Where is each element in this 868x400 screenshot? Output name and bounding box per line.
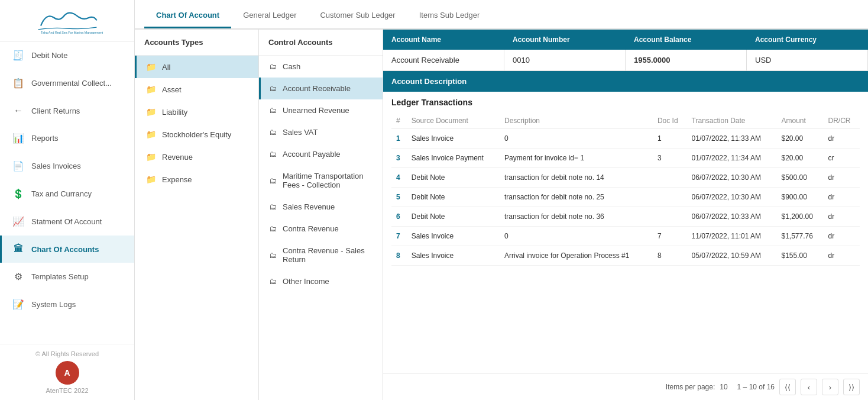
- folder-icon-liability: 📁: [146, 107, 156, 117]
- footer-brand: AtenTEC 2022: [6, 387, 128, 394]
- ledger-cell-1-5: $20.00: [777, 129, 824, 149]
- account-info-table: Account NameAccount NumberAccount Balanc…: [383, 30, 868, 71]
- sidebar-footer: © All Rights Reserved A AtenTEC 2022: [0, 344, 134, 400]
- ledger-cell-3-3: 3: [653, 149, 687, 168]
- sidebar: Taha And Red Sea For Marina Management 🧾…: [0, 0, 135, 400]
- sidebar-label-system-logs: System Logs: [31, 300, 76, 309]
- ledger-col-amount: Amount: [777, 113, 824, 129]
- ledger-cell-7-0[interactable]: 7: [391, 227, 407, 246]
- account-type-all[interactable]: 📁 All: [135, 56, 258, 78]
- ledger-cell-5-1: Debit Note: [407, 188, 500, 207]
- info-value-3: USD: [747, 50, 868, 71]
- tab-customer-sub-ledger[interactable]: Customer Sub Ledger: [308, 4, 407, 28]
- sidebar-label-sales-invoices: Sales Invoices: [31, 162, 81, 170]
- tab-general-ledger[interactable]: General Ledger: [231, 4, 308, 28]
- account-description-bar: Account Description: [383, 71, 868, 92]
- sidebar-icon-templates-setup: ⚙: [12, 271, 24, 282]
- sidebar-icon-system-logs: 📝: [12, 299, 24, 310]
- table-row: 5Debit Notetransaction for debit note no…: [391, 188, 860, 207]
- sidebar-item-templates-setup[interactable]: ⚙ Templates Setup: [0, 263, 134, 291]
- ledger-cell-4-4: 06/07/2022, 10:30 AM: [687, 168, 777, 188]
- control-account-sales-vat[interactable]: 🗂 Sales VAT: [259, 121, 383, 143]
- ledger-cell-3-5: $20.00: [777, 149, 824, 168]
- control-account-maritime-fees[interactable]: 🗂 Maritime Transportation Fees - Collect…: [259, 165, 383, 196]
- ledger-cell-3-6: cr: [823, 149, 860, 168]
- control-label-contra-revenue: Contra Revenue: [283, 224, 339, 233]
- ledger-col-: #: [391, 113, 407, 129]
- ledger-cell-6-3: [653, 207, 687, 227]
- ledger-cell-5-0[interactable]: 5: [391, 188, 407, 207]
- footer-copyright: © All Rights Reserved: [6, 350, 128, 357]
- sidebar-item-sales-invoices[interactable]: 📄 Sales Invoices: [0, 152, 134, 180]
- control-account-unearned-revenue[interactable]: 🗂 Unearned Revenue: [259, 99, 383, 121]
- sidebar-label-templates-setup: Templates Setup: [31, 272, 89, 281]
- sidebar-item-client-returns[interactable]: ← Client Returns: [0, 97, 134, 124]
- type-label-asset: Asset: [162, 85, 182, 94]
- info-value-0: Account Receivable: [383, 50, 504, 71]
- ledger-cell-3-0[interactable]: 3: [391, 149, 407, 168]
- ledger-cell-4-1: Debit Note: [407, 168, 500, 188]
- type-label-stockholders-equity: Stockholder's Equity: [162, 130, 231, 139]
- pagination-last-button[interactable]: ⟩⟩: [843, 379, 860, 395]
- pagination-next-button[interactable]: ›: [822, 379, 838, 395]
- control-account-contra-revenue[interactable]: 🗂 Contra Revenue: [259, 218, 383, 240]
- type-label-all: All: [162, 63, 170, 72]
- ledger-cell-6-6: dr: [823, 207, 860, 227]
- content-area: Accounts Types 📁 All📁 Asset📁 Liability📁 …: [135, 30, 868, 400]
- info-header-1: Account Number: [504, 30, 626, 50]
- control-label-sales-vat: Sales VAT: [283, 128, 318, 137]
- ledger-cell-3-2: Payment for invoice id= 1: [500, 149, 653, 168]
- ledger-header-row: #Source DocumentDescriptionDoc IdTransac…: [391, 113, 860, 129]
- pagination-first-button[interactable]: ⟨⟨: [779, 379, 796, 395]
- sidebar-item-governmental[interactable]: 📋 Governmental Collect...: [0, 69, 134, 97]
- account-type-expense[interactable]: 📁 Expense: [135, 168, 258, 191]
- sidebar-label-debit-note: Debit Note: [31, 51, 67, 60]
- control-account-sales-revenue[interactable]: 🗂 Sales Revenue: [259, 196, 383, 218]
- sidebar-item-system-logs[interactable]: 📝 System Logs: [0, 291, 134, 318]
- account-types-header: Accounts Types: [135, 30, 258, 56]
- tab-chart-of-account[interactable]: Chart Of Account: [144, 4, 231, 28]
- sidebar-label-reports: Reports: [31, 134, 59, 143]
- sidebar-item-tax-currency[interactable]: 💲 Tax and Currancy: [0, 180, 134, 208]
- ledger-cell-6-0[interactable]: 6: [391, 207, 407, 227]
- footer-logo-badge: A: [56, 361, 79, 385]
- account-type-stockholders-equity[interactable]: 📁 Stockholder's Equity: [135, 123, 258, 146]
- info-value-2: 1955.0000: [626, 50, 747, 71]
- pagination-prev-button[interactable]: ‹: [801, 379, 817, 395]
- sidebar-icon-debit-note: 🧾: [12, 50, 24, 61]
- sidebar-item-debit-note[interactable]: 🧾 Debit Note: [0, 41, 134, 69]
- ledger-cell-4-2: transaction for debit note no. 14: [500, 168, 653, 188]
- type-label-liability: Liability: [162, 108, 187, 117]
- control-account-account-payable[interactable]: 🗂 Account Payable: [259, 143, 383, 165]
- account-type-revenue[interactable]: 📁 Revenue: [135, 146, 258, 168]
- sidebar-label-client-returns: Client Returns: [31, 107, 80, 115]
- sidebar-label-governmental: Governmental Collect...: [31, 79, 112, 88]
- table-row: 6Debit Notetransaction for debit note no…: [391, 207, 860, 227]
- control-account-account-receivable[interactable]: 🗂 Account Receivable: [259, 78, 383, 99]
- control-account-contra-revenue-sales-return[interactable]: 🗂 Contra Revenue - Sales Return: [259, 240, 383, 270]
- sidebar-icon-tax-currency: 💲: [12, 188, 24, 199]
- account-type-liability[interactable]: 📁 Liability: [135, 101, 258, 123]
- folder-icon-stockholders-equity: 📁: [146, 130, 156, 139]
- ledger-cell-7-4: 11/07/2022, 11:01 AM: [687, 227, 777, 246]
- table-row: 3Sales Invoice PaymentPayment for invoic…: [391, 149, 860, 168]
- control-label-maritime-fees: Maritime Transportation Fees - Collectio…: [283, 172, 374, 189]
- control-account-other-income[interactable]: 🗂 Other Income: [259, 270, 383, 292]
- account-type-asset[interactable]: 📁 Asset: [135, 78, 258, 101]
- control-account-cash[interactable]: 🗂 Cash: [259, 56, 383, 78]
- ledger-cell-7-1: Sales Invoice: [407, 227, 500, 246]
- control-accounts-header: Control Accounts: [259, 30, 383, 56]
- sidebar-item-reports[interactable]: 📊 Reports: [0, 124, 134, 152]
- ledger-cell-1-0[interactable]: 1: [391, 129, 407, 149]
- ledger-cell-4-0[interactable]: 4: [391, 168, 407, 188]
- ledger-cell-8-0[interactable]: 8: [391, 246, 407, 266]
- ledger-title: Ledger Transactions: [391, 98, 860, 107]
- sidebar-item-statement[interactable]: 📈 Statment Of Account: [0, 208, 134, 236]
- tabs-bar: Chart Of AccountGeneral LedgerCustomer S…: [135, 0, 868, 30]
- account-icon-other-income: 🗂: [269, 277, 277, 286]
- ledger-col-docid: Doc Id: [653, 113, 687, 129]
- tab-items-sub-ledger[interactable]: Items Sub Ledger: [407, 4, 492, 28]
- ledger-cell-1-3: 1: [653, 129, 687, 149]
- sidebar-item-chart-of-accounts[interactable]: 🏛 Chart Of Accounts: [0, 236, 134, 263]
- ledger-cell-8-1: Sales Invoice: [407, 246, 500, 266]
